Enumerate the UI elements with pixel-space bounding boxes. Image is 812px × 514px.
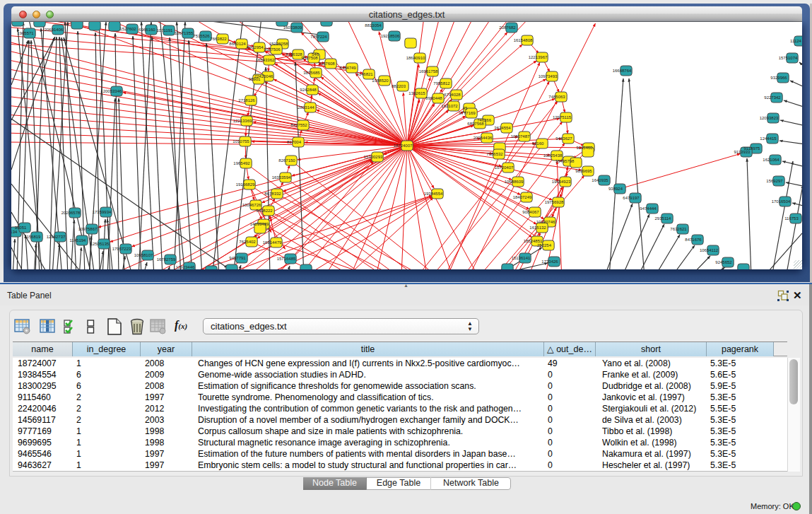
svg-text:6966160: 6966160 [139, 28, 155, 32]
svg-text:3875685: 3875685 [303, 71, 320, 75]
svg-text:10025438: 10025438 [543, 153, 563, 158]
svg-text:33134: 33134 [11, 230, 18, 234]
svg-text:1588520: 1588520 [372, 78, 389, 83]
svg-text:16782759: 16782759 [157, 257, 176, 262]
svg-text:9227342: 9227342 [764, 95, 781, 100]
svg-text:1156819: 1156819 [25, 235, 42, 239]
svg-text:1569297: 1569297 [766, 179, 783, 183]
svg-text:12975115: 12975115 [553, 115, 572, 119]
svg-text:16353594: 16353594 [272, 175, 291, 180]
svg-text:10654112: 10654112 [700, 248, 719, 252]
svg-text:7632621: 7632621 [670, 227, 687, 231]
svg-text:9527508: 9527508 [301, 56, 318, 60]
svg-text:9146821: 9146821 [356, 72, 373, 76]
svg-text:9474444: 9474444 [640, 206, 657, 211]
svg-text:8990448: 8990448 [425, 96, 442, 100]
svg-text:6897568: 6897568 [467, 122, 484, 126]
svg-text:20364436: 20364436 [473, 136, 493, 140]
svg-text:16033809: 16033809 [283, 25, 302, 30]
svg-text:16914479: 16914479 [263, 240, 282, 245]
svg-text:1244415: 1244415 [760, 136, 777, 141]
svg-text:1071191: 1071191 [157, 28, 174, 33]
svg-text:19166829: 19166829 [236, 182, 255, 187]
svg-text:2087682: 2087682 [499, 25, 516, 30]
svg-text:9113933: 9113933 [734, 150, 751, 154]
svg-text:8912954: 8912954 [247, 45, 264, 49]
svg-text:15226058: 15226058 [269, 42, 288, 46]
svg-text:15136141: 15136141 [512, 256, 531, 260]
svg-text:3624554: 3624554 [494, 126, 511, 130]
svg-text:1145194: 1145194 [70, 238, 87, 243]
svg-text:1965492: 1965492 [233, 161, 250, 165]
svg-text:9527506: 9527506 [264, 47, 281, 52]
svg-text:7515526: 7515526 [193, 34, 210, 38]
svg-text:16543362: 16543362 [256, 58, 275, 62]
svg-text:16961758: 16961758 [419, 69, 438, 74]
svg-text:9457791: 9457791 [229, 256, 246, 260]
svg-text:1621072: 1621072 [441, 104, 458, 108]
svg-text:6479197: 6479197 [623, 196, 640, 200]
svg-text:16648764: 16648764 [613, 69, 632, 73]
svg-text:1621064: 1621064 [763, 158, 779, 162]
svg-text:8471676: 8471676 [685, 238, 702, 242]
svg-text:18407249: 18407249 [513, 195, 532, 199]
svg-text:15716485: 15716485 [277, 257, 296, 261]
svg-text:98901: 98901 [249, 77, 261, 81]
svg-text:17016504: 17016504 [772, 199, 791, 204]
svg-text:17359934: 17359934 [93, 210, 112, 214]
svg-text:19384554: 19384554 [424, 192, 443, 196]
svg-text:2967608: 2967608 [318, 62, 335, 66]
svg-text:8186328: 8186328 [286, 52, 302, 57]
svg-text:7955812: 7955812 [433, 81, 450, 86]
svg-text:9084067: 9084067 [522, 210, 539, 214]
svg-text:12093823: 12093823 [760, 116, 779, 120]
svg-text:16154808: 16154808 [514, 38, 533, 42]
svg-text:9777169: 9777169 [459, 111, 476, 115]
svg-text:18724007: 18724007 [394, 144, 413, 148]
svg-text:9245652: 9245652 [715, 260, 732, 264]
svg-text:20053346: 20053346 [103, 89, 122, 93]
svg-text:8427552: 8427552 [290, 123, 307, 127]
svg-text:9329966: 9329966 [770, 76, 787, 80]
svg-text:15720407: 15720407 [495, 165, 514, 170]
svg-text:7663822: 7663822 [210, 37, 227, 41]
svg-text:45: 45 [463, 106, 468, 110]
svg-text:12923446: 12923446 [176, 265, 195, 269]
svg-text:9115460: 9115460 [577, 146, 594, 150]
svg-text:8454749: 8454749 [339, 66, 356, 70]
svg-text:10120746: 10120746 [536, 220, 555, 224]
svg-text:10973493: 10973493 [539, 74, 558, 78]
svg-text:8267150: 8267150 [278, 158, 295, 163]
svg-text:20691406: 20691406 [45, 28, 64, 32]
svg-text:12942737: 12942737 [47, 235, 66, 239]
svg-text:7485063: 7485063 [548, 95, 565, 99]
svg-text:35051: 35051 [15, 226, 27, 230]
svg-text:9498222: 9498222 [256, 209, 273, 213]
svg-text:11124: 11124 [790, 39, 801, 43]
svg-text:882203: 882203 [392, 84, 406, 88]
svg-text:2718126: 2718126 [238, 98, 255, 103]
svg-text:1010755: 1010755 [233, 139, 249, 144]
svg-text:7986532: 7986532 [486, 152, 503, 156]
svg-text:938924: 938924 [608, 187, 623, 191]
svg-text:15751074: 15751074 [779, 56, 798, 60]
svg-text:19756928: 19756928 [545, 200, 564, 204]
svg-text:9242848: 9242848 [300, 88, 317, 92]
svg-text:1640935: 1640935 [592, 178, 608, 182]
svg-text:10807487: 10807487 [511, 134, 530, 139]
svg-text:817004: 817004 [287, 140, 302, 144]
svg-text:7857224: 7857224 [310, 35, 327, 39]
svg-text:8813054: 8813054 [365, 23, 382, 28]
svg-text:17957223: 17957223 [112, 247, 131, 251]
svg-text:1527602: 1527602 [119, 27, 136, 31]
svg-text:6794028: 6794028 [444, 93, 461, 97]
svg-text:10046726: 10046726 [242, 203, 261, 207]
svg-text:12505135: 12505135 [90, 242, 110, 246]
svg-text:10671355: 10671355 [175, 31, 194, 35]
svg-text:2935114: 2935114 [655, 216, 672, 221]
svg-text:10688609: 10688609 [505, 180, 524, 184]
svg-text:12213369: 12213369 [233, 119, 252, 123]
svg-text:14099489: 14099489 [250, 222, 269, 226]
svg-text:15300293: 15300293 [364, 155, 383, 159]
svg-text:18640910: 18640910 [406, 56, 425, 60]
